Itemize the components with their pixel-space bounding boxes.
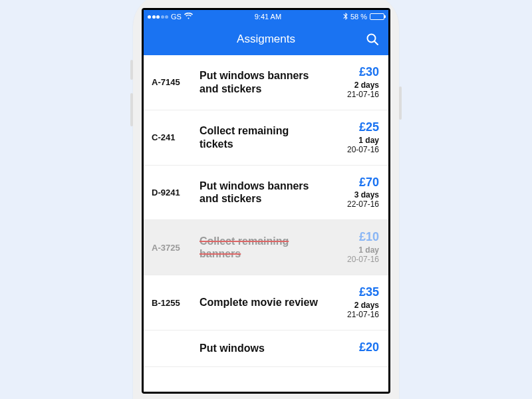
assignment-price: £25 bbox=[330, 121, 379, 134]
assignment-duration: 1 day bbox=[330, 136, 379, 145]
assignment-row[interactable]: A-3725Collect remaining banners£101 day2… bbox=[144, 220, 388, 275]
assignment-price: £35 bbox=[330, 286, 379, 299]
battery-label: 58 % bbox=[350, 13, 367, 21]
assignment-title: Collect remaining tickets bbox=[200, 124, 323, 150]
assignment-price: £30 bbox=[330, 66, 379, 79]
status-right: 58 % bbox=[343, 13, 384, 21]
assignment-duration: 2 days bbox=[330, 301, 379, 310]
phone-side-button bbox=[130, 93, 133, 126]
page-title: Assigments bbox=[237, 33, 295, 46]
assignment-code: A-7145 bbox=[152, 77, 193, 87]
assignment-meta: £101 day20-07-16 bbox=[330, 231, 379, 264]
assignment-date: 20-07-16 bbox=[330, 255, 379, 264]
assignment-meta: £251 day20-07-16 bbox=[330, 121, 379, 154]
nav-bar: Assigments bbox=[144, 23, 388, 55]
assignment-price: £70 bbox=[330, 176, 379, 190]
assignment-duration: 2 days bbox=[330, 80, 379, 90]
assignment-date: 20-07-16 bbox=[330, 145, 379, 154]
phone-side-button bbox=[130, 60, 133, 80]
svg-line-1 bbox=[374, 41, 378, 45]
screen: GS 9:41 AM 58 % Assigments A-7145Put win… bbox=[142, 8, 390, 394]
status-bar: GS 9:41 AM 58 % bbox=[144, 10, 388, 23]
assignment-duration: 3 days bbox=[330, 190, 379, 200]
bluetooth-icon bbox=[343, 13, 348, 21]
search-button[interactable] bbox=[364, 31, 380, 47]
assignment-meta: £352 days21-07-16 bbox=[330, 286, 379, 319]
assignment-price: £10 bbox=[330, 231, 379, 244]
assignment-row[interactable]: Put windows£20 bbox=[144, 331, 388, 367]
assignment-row[interactable]: A-7145Put windows banners and stickers£3… bbox=[144, 55, 388, 110]
carrier-label: GS bbox=[171, 13, 182, 21]
wifi-icon bbox=[184, 13, 193, 21]
assignment-meta: £703 days22-07-16 bbox=[330, 176, 379, 209]
assignments-list[interactable]: A-7145Put windows banners and stickers£3… bbox=[144, 55, 388, 392]
assignment-code: A-3725 bbox=[152, 243, 193, 253]
assignment-row[interactable]: C-241Collect remaining tickets£251 day20… bbox=[144, 110, 388, 166]
assignment-row[interactable]: D-9241Put windows banners and stickers£7… bbox=[144, 166, 388, 221]
assignment-title: Put windows banners and stickers bbox=[200, 69, 323, 95]
signal-dots-icon bbox=[148, 15, 168, 19]
assignment-title: Complete movie review bbox=[200, 296, 323, 309]
assignment-date: 21-07-16 bbox=[330, 90, 379, 99]
assignment-code: C-241 bbox=[152, 132, 193, 142]
assignment-code: D-9241 bbox=[152, 188, 193, 198]
assignment-date: 22-07-16 bbox=[330, 200, 379, 209]
assignment-meta: £20 bbox=[330, 341, 379, 356]
assignment-title: Collect remaining banners bbox=[200, 235, 323, 261]
search-icon bbox=[366, 33, 379, 46]
assignment-price: £20 bbox=[330, 341, 379, 354]
assignment-row[interactable]: B-1255Complete movie review£352 days21-0… bbox=[144, 275, 388, 331]
assignment-title: Put windows banners and stickers bbox=[200, 180, 323, 205]
battery-icon bbox=[370, 13, 384, 20]
assignment-duration: 1 day bbox=[330, 245, 379, 255]
assignment-date: 21-07-16 bbox=[330, 310, 379, 319]
status-left: GS bbox=[148, 13, 193, 21]
assignment-meta: £302 days21-07-16 bbox=[330, 66, 379, 99]
assignment-title: Put windows bbox=[200, 342, 323, 355]
phone-side-button bbox=[399, 86, 402, 120]
status-time: 9:41 AM bbox=[255, 13, 281, 21]
assignment-code: B-1255 bbox=[152, 298, 193, 308]
